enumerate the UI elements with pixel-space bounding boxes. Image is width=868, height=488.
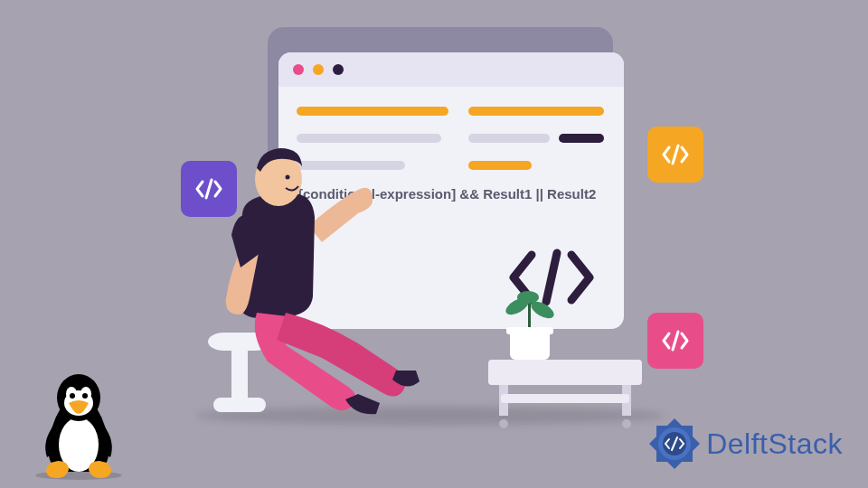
person-illustration — [186, 145, 367, 416]
delftstack-brand-text: DelftStack — [706, 427, 843, 461]
code-line — [297, 107, 448, 116]
linux-tux-icon — [29, 372, 128, 481]
svg-point-9 — [70, 393, 75, 399]
table-foot — [622, 419, 631, 428]
code-line — [468, 161, 532, 170]
plant-pot — [510, 331, 550, 360]
window-titlebar — [278, 52, 624, 87]
svg-point-10 — [82, 393, 88, 399]
code-line — [559, 134, 604, 143]
side-table — [488, 360, 642, 423]
code-line — [468, 134, 550, 143]
plant-leaf — [517, 291, 539, 304]
code-line — [468, 107, 604, 116]
delftstack-logo: DelftStack — [648, 418, 843, 470]
code-line — [297, 134, 441, 143]
plant — [510, 307, 550, 336]
svg-line-0 — [546, 253, 557, 302]
delftstack-emblem-icon — [648, 418, 701, 470]
code-badge-orange — [647, 127, 703, 183]
svg-point-2 — [286, 175, 290, 180]
window-dot-close — [293, 64, 304, 75]
table-top — [488, 360, 642, 385]
window-dot-maximize — [333, 64, 344, 75]
code-badge-pink — [647, 313, 703, 369]
table-foot — [499, 419, 508, 428]
window-dot-minimize — [313, 64, 324, 75]
table-shelf — [501, 394, 629, 403]
